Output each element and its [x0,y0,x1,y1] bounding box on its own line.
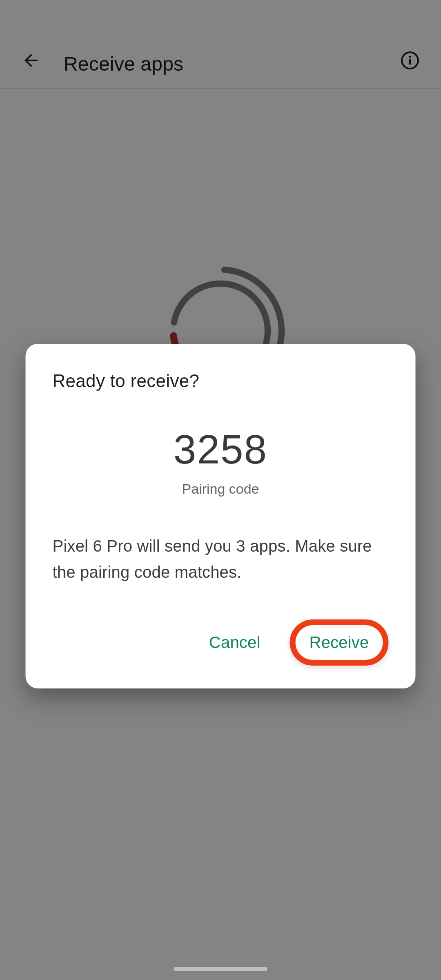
receive-button[interactable]: Receive [303,627,376,658]
pairing-code-value: 3258 [53,429,389,470]
gesture-nav-bar[interactable] [174,967,267,971]
dialog-body-text: Pixel 6 Pro will send you 3 apps. Make s… [53,533,389,585]
dialog-title: Ready to receive? [53,371,389,391]
dialog-actions: Cancel Receive [53,619,389,666]
ready-to-receive-dialog: Ready to receive? 3258 Pairing code Pixe… [26,344,416,688]
tutorial-highlight-ring: Receive [290,619,389,666]
pairing-code-label: Pairing code [53,481,389,497]
cancel-button[interactable]: Cancel [198,627,272,658]
